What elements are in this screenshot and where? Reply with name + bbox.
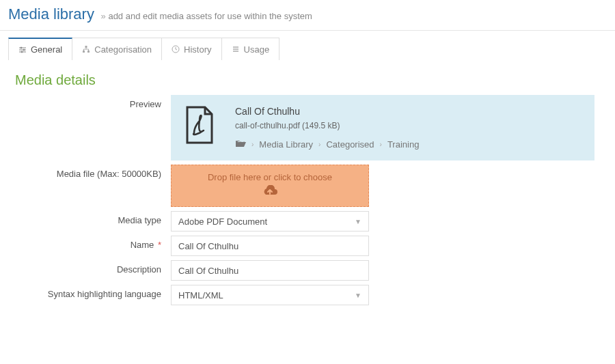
svg-rect-7	[83, 51, 85, 53]
tab-categorisation[interactable]: Categorisation	[72, 38, 162, 60]
svg-point-4	[23, 49, 25, 51]
section-title: Media details	[15, 72, 607, 88]
tab-label: History	[184, 44, 211, 55]
svg-point-5	[21, 51, 23, 53]
tabs: General Categorisation History Usage	[8, 38, 607, 60]
syntax-select[interactable]: HTML/XML ▼	[171, 285, 369, 305]
crumb-item[interactable]: Training	[387, 139, 419, 150]
preview-box: Call Of Cthulhu call-of-cthulhu.pdf (149…	[171, 95, 594, 160]
svg-rect-8	[87, 51, 90, 53]
label-syntax: Syntax highlighting language	[0, 285, 171, 299]
pdf-file-icon	[184, 106, 215, 146]
folder-open-icon	[235, 139, 246, 150]
tab-label: Categorisation	[94, 44, 152, 55]
select-value: Adobe PDF Document	[178, 216, 267, 227]
caret-down-icon: ▼	[355, 218, 361, 225]
svg-rect-6	[85, 46, 87, 48]
tab-label: General	[31, 44, 62, 55]
page-header: Media library add and edit media assets …	[0, 0, 615, 31]
page-subtitle: add and edit media assets for use within…	[101, 11, 312, 21]
cloud-upload-icon	[262, 185, 278, 199]
select-value: HTML/XML	[178, 290, 223, 300]
name-input[interactable]	[178, 236, 361, 255]
label-preview: Preview	[0, 95, 171, 109]
chevron-right-icon: ›	[380, 141, 382, 148]
crumb-item[interactable]: Categorised	[326, 139, 374, 150]
breadcrumb: › Media Library › Categorised › Training	[235, 139, 419, 150]
name-input-wrapper	[171, 236, 369, 256]
caret-down-icon: ▼	[355, 292, 361, 299]
chevron-right-icon: ›	[318, 141, 320, 148]
chevron-right-icon: ›	[251, 141, 254, 148]
tab-general[interactable]: General	[8, 38, 72, 60]
file-dropzone[interactable]: Drop file here or click to choose	[171, 165, 369, 207]
page-title: Media library	[8, 5, 94, 23]
sliders-icon	[18, 46, 27, 54]
label-media-file: Media file (Max: 50000KB)	[0, 165, 171, 179]
dropzone-label: Drop file here or click to choose	[208, 172, 332, 182]
tab-label: Usage	[244, 44, 270, 55]
description-input-wrapper	[171, 260, 369, 281]
tab-history[interactable]: History	[161, 38, 221, 60]
description-input[interactable]	[178, 261, 361, 280]
svg-point-3	[20, 47, 22, 48]
required-marker: *	[155, 240, 161, 250]
tab-usage[interactable]: Usage	[221, 38, 280, 60]
crumb-item[interactable]: Media Library	[259, 139, 313, 150]
clock-icon	[172, 45, 180, 53]
sitemap-icon	[82, 45, 90, 53]
label-media-type: Media type	[0, 211, 171, 225]
list-icon	[232, 45, 240, 53]
label-description: Description	[0, 260, 171, 275]
label-name: Name *	[0, 236, 171, 250]
media-type-select[interactable]: Adobe PDF Document ▼	[171, 211, 369, 232]
preview-filename: call-of-cthulhu.pdf (149.5 kB)	[235, 121, 419, 130]
preview-title: Call Of Cthulhu	[235, 106, 419, 117]
